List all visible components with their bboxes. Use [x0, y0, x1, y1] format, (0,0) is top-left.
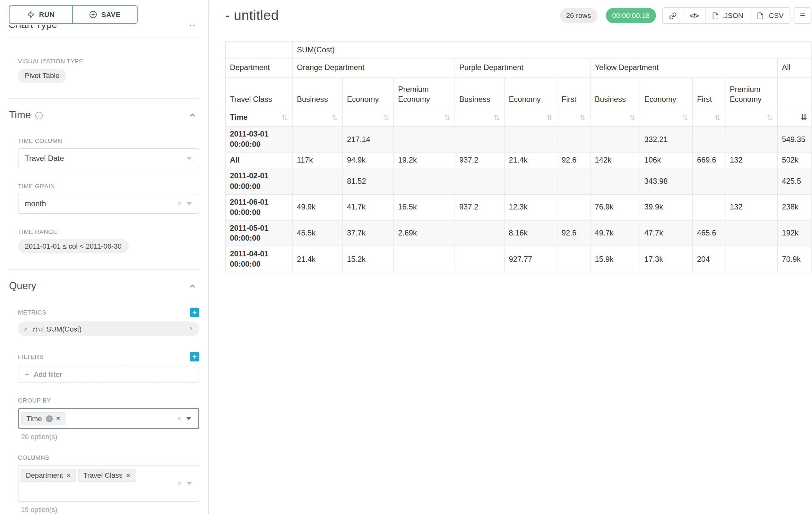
- function-icon: ƒ(x): [32, 325, 43, 333]
- sort-icon[interactable]: ⇅: [383, 113, 389, 123]
- view-query-button[interactable]: </>: [683, 7, 705, 24]
- pivot-value-cell: [292, 126, 343, 152]
- clear-icon[interactable]: ×: [177, 414, 181, 423]
- pivot-value-cell: 217.14: [343, 126, 394, 152]
- sort-icon[interactable]: ⇅: [629, 113, 635, 123]
- column-group-header: All: [777, 58, 812, 77]
- time-grain-label: TIME GRAIN: [18, 183, 199, 190]
- pivot-value-cell: [504, 126, 557, 152]
- visualization-type-value[interactable]: Pivot Table: [18, 69, 66, 83]
- group-by-select[interactable]: Time i × ×: [18, 408, 199, 429]
- sort-icon[interactable]: ⇅: [332, 113, 338, 123]
- sort-icon[interactable]: ⇅: [494, 113, 500, 123]
- sort-icon[interactable]: ⇅: [282, 113, 288, 123]
- pivot-value-cell: 70.9k: [777, 246, 812, 272]
- divider: [8, 269, 199, 270]
- run-save-bar: RUN SAVE: [0, 0, 208, 24]
- file-icon: [756, 12, 764, 19]
- sortable-column-header[interactable]: ⇅: [693, 109, 725, 126]
- save-button[interactable]: SAVE: [72, 5, 138, 23]
- pivot-value-cell: 39.9k: [640, 194, 693, 220]
- query-collapse-chevron-icon[interactable]: [188, 282, 196, 290]
- add-filter-dropzone[interactable]: + Add filter: [18, 366, 199, 383]
- sortable-column-header[interactable]: ⇊: [777, 109, 812, 126]
- sort-icon[interactable]: ⇅: [580, 113, 586, 123]
- sortable-column-header[interactable]: ⇅: [640, 109, 693, 126]
- sortable-column-header[interactable]: ⇅: [343, 109, 394, 126]
- column-header: Business: [590, 77, 640, 109]
- add-metric-button[interactable]: +: [190, 308, 199, 317]
- save-button-label: SAVE: [102, 10, 121, 19]
- pivot-value-cell: [455, 246, 504, 272]
- chart-title[interactable]: - untitled: [225, 7, 279, 24]
- column-header: First: [693, 77, 725, 109]
- more-options-button[interactable]: ≡: [794, 7, 812, 24]
- pivot-value-cell: 669.6: [693, 152, 725, 168]
- pivot-value-cell: 332.21: [640, 126, 693, 152]
- metric-header: SUM(Cost): [292, 42, 812, 58]
- metric-value: SUM(Cost): [46, 325, 82, 333]
- pivot-value-cell: 465.6: [693, 220, 725, 246]
- sortable-column-header[interactable]: ⇅: [557, 109, 590, 126]
- copy-link-button[interactable]: [662, 7, 684, 24]
- sort-icon[interactable]: ⇅: [682, 113, 688, 123]
- metric-pill[interactable]: × ƒ(x) SUM(Cost): [18, 321, 199, 336]
- row-label: 2011-02-01 00:00:00: [225, 168, 292, 194]
- column-group-header: Orange Department: [292, 58, 455, 77]
- chevron-up-icon[interactable]: [188, 25, 196, 29]
- pivot-value-cell: 132: [725, 152, 778, 168]
- time-column-select[interactable]: Travel Date: [18, 148, 199, 168]
- sortable-column-header[interactable]: ⇅: [394, 109, 455, 126]
- pivot-value-cell: [693, 194, 725, 220]
- sortable-column-header[interactable]: ⇅: [292, 109, 343, 126]
- row-dimension-header[interactable]: Time⇅: [225, 109, 292, 126]
- plus-icon: +: [25, 370, 29, 378]
- pivot-value-cell: 37.7k: [343, 220, 394, 246]
- export-csv-button[interactable]: .CSV: [749, 7, 790, 24]
- export-json-button[interactable]: .JSON: [705, 7, 750, 24]
- clear-icon[interactable]: ×: [177, 479, 182, 488]
- chart-header-controls: 26 rows 00:00:00.18 </> .JSON .: [560, 7, 811, 24]
- column-header: Economy: [640, 77, 693, 109]
- columns-select[interactable]: Department × Travel Class × ×: [18, 465, 199, 502]
- pivot-row: 2011-05-01 00:00:0045.5k37.7k2.69k8.16k9…: [225, 220, 812, 246]
- sortable-column-header[interactable]: ⇅: [455, 109, 504, 126]
- chart-panel: - untitled 26 rows 00:00:00.18 </> .JSON: [209, 0, 812, 514]
- pivot-value-cell: 192k: [777, 220, 812, 246]
- sort-icon[interactable]: ⇅: [444, 113, 450, 123]
- pivot-row: 2011-02-01 00:00:0081.52343.98425.5: [225, 168, 812, 194]
- time-grain-select[interactable]: month ×: [18, 194, 199, 214]
- columns-tag[interactable]: Department ×: [21, 469, 76, 482]
- info-icon: i: [46, 415, 52, 422]
- row-label: 2011-04-01 00:00:00: [225, 246, 292, 272]
- sort-icon[interactable]: ⇅: [546, 113, 552, 123]
- remove-tag-icon[interactable]: ×: [126, 471, 130, 479]
- sortable-column-header[interactable]: ⇅: [504, 109, 557, 126]
- remove-tag-icon[interactable]: ×: [67, 471, 70, 479]
- remove-metric-icon[interactable]: ×: [24, 325, 28, 333]
- sort-descending-active-icon[interactable]: ⇊: [801, 112, 808, 123]
- clear-icon[interactable]: ×: [177, 199, 182, 208]
- pivot-value-cell: 142k: [590, 152, 640, 168]
- pivot-table-container: SUM(Cost)DepartmentOrange DepartmentPurp…: [225, 41, 812, 272]
- column-header: First: [557, 77, 590, 109]
- columns-tag[interactable]: Travel Class ×: [78, 469, 136, 482]
- chart-type-heading: Chart Type: [8, 25, 57, 30]
- sortable-column-header[interactable]: ⇅: [725, 109, 778, 126]
- remove-tag-icon[interactable]: ×: [56, 415, 60, 422]
- run-button[interactable]: RUN: [9, 5, 73, 23]
- group-by-tag[interactable]: Time i ×: [21, 412, 65, 425]
- sort-icon[interactable]: ⇅: [715, 113, 721, 123]
- pivot-value-cell: [590, 168, 640, 194]
- time-collapse-chevron-icon[interactable]: [188, 111, 196, 119]
- time-range-value[interactable]: 2011-01-01 ≤ col < 2011-06-30: [18, 239, 128, 253]
- sort-icon[interactable]: ⇅: [767, 113, 773, 123]
- pivot-value-cell: [557, 126, 590, 152]
- add-filter-button[interactable]: +: [190, 352, 199, 362]
- pivot-value-cell: 15.2k: [343, 246, 394, 272]
- sortable-column-header[interactable]: ⇅: [590, 109, 640, 126]
- pivot-value-cell: 132: [725, 194, 778, 220]
- column-group-header: Yellow Department: [590, 58, 777, 77]
- pivot-value-cell: [504, 168, 557, 194]
- file-icon: [712, 12, 719, 19]
